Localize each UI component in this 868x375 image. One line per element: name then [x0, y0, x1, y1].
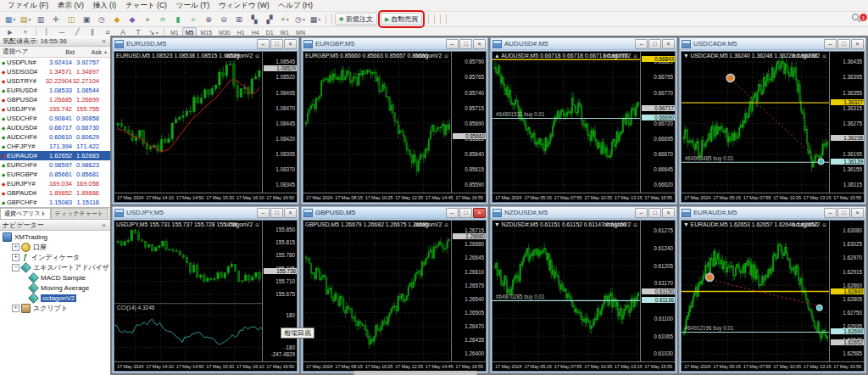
tree-expander-icon[interactable]: +: [12, 305, 19, 312]
minimize-button[interactable]: –: [257, 39, 270, 49]
time-axis[interactable]: 17 May 202417 May 14:1017 May 14:5017 Ma…: [114, 193, 297, 202]
market-watch-row-EURAUD[interactable]: ◆EURAUD#1.626521.62683: [0, 151, 110, 160]
candlestick-button[interactable]: ▮: [170, 13, 186, 25]
price-axis[interactable]: 1.085451.085201.084951.084701.084451.084…: [262, 52, 297, 193]
autotrade-button[interactable]: ▶自動売買: [381, 13, 422, 25]
minimize-button[interactable]: –: [824, 208, 837, 218]
menu-item-view[interactable]: 表示 (V): [53, 1, 88, 11]
search-icon[interactable]: [852, 14, 859, 20]
chart-title-bar[interactable]: EURAUD#,M5–□×: [680, 207, 865, 219]
market-watch-row-GBPCHF[interactable]: ◆GBPCHF#1.150831.15116: [0, 198, 110, 207]
minimize-button[interactable]: –: [257, 208, 270, 218]
restore-button[interactable]: □: [459, 39, 472, 49]
navigator-item-moving-average[interactable]: Moving Average: [0, 283, 110, 293]
close-button[interactable]: ×: [473, 208, 486, 218]
profiles-button[interactable]: ▤▾: [18, 13, 33, 25]
chart-title-bar[interactable]: GBPUSD,M5–□×: [302, 207, 487, 219]
navigator-item-macd-sample[interactable]: MACD Sample: [0, 272, 110, 283]
close-button[interactable]: ×: [851, 39, 864, 49]
minimize-button[interactable]: –: [446, 39, 459, 49]
menu-item-file[interactable]: ファイル (F): [3, 1, 53, 11]
tab-tick-chart[interactable]: ティックチャート: [51, 208, 108, 219]
tree-expander-icon[interactable]: −: [12, 264, 19, 271]
data-window-toggle[interactable]: ✛: [48, 13, 64, 25]
chart-plot[interactable]: #64903485 buy 0.01: [682, 52, 830, 193]
market-watch-toggle[interactable]: ▥: [33, 13, 48, 25]
indicators-button[interactable]: +▾: [277, 13, 292, 25]
market-watch-row-EURUSD[interactable]: ◆EURUSD#1.085331.08544: [0, 86, 110, 95]
column-ask[interactable]: Ask: [75, 48, 102, 56]
chart-title-bar[interactable]: USDJPY,M5–□×: [113, 207, 298, 219]
profiles-button-dropdown-icon[interactable]: ▾: [28, 16, 31, 22]
tree-expander-icon[interactable]: +: [12, 254, 19, 261]
restore-button[interactable]: □: [270, 39, 283, 49]
price-axis[interactable]: 155.850155.815155.780155.745155.710155.6…: [262, 221, 297, 362]
time-axis[interactable]: 17 May 202417 May 05:1517 May 07:5517 Ma…: [682, 193, 864, 202]
chart-title-bar[interactable]: EURUSD,M5–□×: [113, 38, 298, 50]
chart-plot[interactable]: [114, 52, 263, 193]
price-axis[interactable]: 1.364351.363951.363551.363151.362751.362…: [829, 52, 864, 193]
time-axis[interactable]: 17 May 202417 May 05:1517 May 07:5517 Ma…: [682, 361, 864, 371]
market-watch-row-USDPLN[interactable]: ◆USDPLN#3.924143.92757: [0, 58, 110, 67]
market-watch-row-USDCHF[interactable]: ◆USDCHF#0.908410.90858: [0, 114, 110, 123]
periods-button-dropdown-icon[interactable]: ▾: [303, 16, 305, 22]
restore-button[interactable]: □: [648, 39, 661, 49]
menu-item-charts[interactable]: チャート (C): [121, 1, 171, 11]
zoom-in-button[interactable]: ⊕: [201, 13, 216, 25]
navigator-item-口座[interactable]: +口座: [0, 242, 110, 252]
chart-plot[interactable]: #64870285 buy 0.01: [492, 221, 641, 362]
close-button[interactable]: ×: [662, 208, 675, 218]
restore-button[interactable]: □: [648, 208, 661, 218]
chart-title-bar[interactable]: NZDUSD#,M5–□×: [491, 207, 676, 219]
menu-item-help[interactable]: ヘルプ (H): [275, 1, 317, 11]
chart-plot[interactable]: CCI(14) 4.3246: [114, 221, 263, 362]
chart-plot[interactable]: #64891531 buy 0.01: [492, 52, 641, 193]
line-chart-button[interactable]: ≈: [186, 13, 201, 25]
metaquotes-button[interactable]: ◆: [125, 13, 140, 25]
column-bid[interactable]: Bid: [47, 48, 75, 56]
navigator-item-エキスパートアドバイザ[interactable]: −エキスパートアドバイザ: [0, 262, 110, 272]
close-button[interactable]: ×: [662, 39, 675, 49]
new-chart-button-dropdown-icon[interactable]: ▾: [13, 16, 15, 22]
time-axis[interactable]: 17 May 202417 May 08:1517 May 10:2517 Ma…: [303, 193, 486, 202]
column-symbol[interactable]: 通貨ペア: [0, 48, 47, 56]
minimize-button[interactable]: –: [635, 39, 648, 49]
scroll-up-icon[interactable]: ▲: [102, 49, 109, 54]
market-watch-row-EURJPY[interactable]: ◆EURJPY#169.034169.058: [0, 179, 110, 188]
strategy-tester-toggle[interactable]: ◷: [94, 13, 109, 25]
market-watch-row-CHFJPY[interactable]: ◆CHFJPY#171.394171.422: [0, 142, 110, 151]
restore-button[interactable]: □: [837, 39, 850, 49]
close-button[interactable]: ×: [284, 39, 297, 49]
price-axis[interactable]: 1.267151.266801.266451.266101.265751.265…: [451, 221, 486, 362]
new-order-button[interactable]: ✚新規注文: [335, 13, 377, 25]
time-axis[interactable]: 17 May 202417 May 14:1017 May 14:5017 Ma…: [114, 361, 297, 371]
chart-plot[interactable]: #64912196 buy 0.01: [682, 221, 830, 362]
tile-windows-button[interactable]: ⊞: [231, 13, 247, 25]
navigator-toggle[interactable]: ◫: [64, 13, 79, 25]
navigator-item-インディケータ[interactable]: +ƒインディケータ: [0, 252, 110, 262]
market-watch-close-icon[interactable]: ×: [100, 37, 108, 45]
minimize-button[interactable]: –: [635, 208, 648, 218]
chart-title-bar[interactable]: AUDUSD#,M5–□×: [491, 38, 676, 50]
navigator-item-xmtrading[interactable]: XMTrading: [0, 232, 110, 242]
minimize-button[interactable]: –: [446, 208, 459, 218]
market-watch-row-USDJPY[interactable]: ◆USDJPY#155.742155.755: [0, 104, 110, 114]
market-watch-row-EURCHF[interactable]: ◆EURCHF#0.985970.98623: [0, 160, 110, 170]
templates-button[interactable]: ▦▾: [308, 13, 323, 25]
indicators-button-dropdown-icon[interactable]: ▾: [287, 16, 289, 22]
time-axis[interactable]: 17 May 202417 May 05:1517 May 07:5517 Ma…: [492, 361, 675, 371]
close-button[interactable]: ×: [473, 39, 486, 49]
periods-button[interactable]: ◷▾: [292, 13, 308, 25]
time-axis[interactable]: 17 May 202417 May 08:1517 May 10:2517 Ma…: [303, 361, 486, 371]
zoom-out-button[interactable]: ⊖: [216, 13, 231, 25]
metaeditor-button[interactable]: ◆: [109, 13, 125, 25]
market-watch-row-USDSGD[interactable]: ◆USDSGD#1.345711.34697: [0, 67, 110, 76]
menu-item-insert[interactable]: 挿入 (I): [89, 1, 120, 11]
arrange-button[interactable]: ▞: [262, 13, 277, 25]
templates-button-dropdown-icon[interactable]: ▾: [318, 16, 320, 22]
navigator-close-icon[interactable]: ×: [100, 221, 108, 229]
tab-symbols[interactable]: 通貨ペアリスト: [0, 208, 51, 219]
close-button[interactable]: ×: [851, 208, 864, 218]
restore-button[interactable]: □: [837, 208, 850, 218]
terminal-toggle[interactable]: ▣: [79, 13, 94, 25]
